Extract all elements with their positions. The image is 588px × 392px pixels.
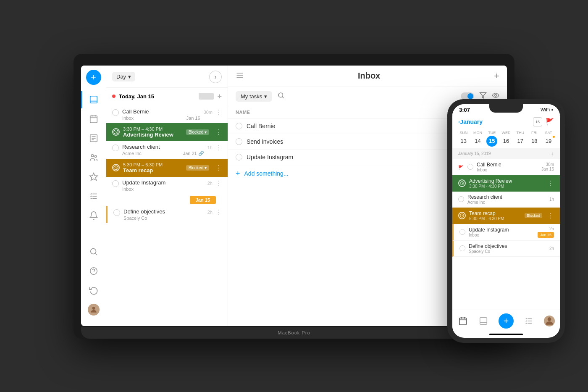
phone-task-checkbox[interactable]	[459, 229, 465, 235]
sidebar-nav	[81, 91, 106, 243]
day-selector[interactable]: Day ▾	[112, 72, 135, 82]
laptop-screen: +	[81, 66, 507, 326]
phone-more-icon[interactable]: ⋮	[547, 179, 554, 187]
phone-task-checkbox[interactable]	[467, 164, 473, 170]
task-advertising-review[interactable]: 3:30 PM – 4:30 PM Advertising Review Blo…	[106, 123, 228, 141]
search-button[interactable]	[277, 92, 285, 101]
sidebar-item-reports[interactable]	[81, 129, 106, 147]
phone-task-call-bernie[interactable]: 🚩 Call Bernie Inbox 30m Jan 16	[452, 159, 560, 175]
task-team-recap[interactable]: 5:30 PM – 6:30 PM Team recap Blocked ▾ ⋮	[106, 159, 228, 177]
task-checkbox-call-bernie[interactable]	[112, 109, 119, 116]
more-icon[interactable]: ⋮	[215, 128, 222, 136]
sidebar-item-favorites[interactable]	[81, 168, 106, 186]
phone-task-checkbox[interactable]	[458, 196, 464, 202]
inbox-checkbox-update-instagram[interactable]	[236, 154, 242, 160]
my-tasks-button[interactable]: My tasks ▾	[236, 91, 272, 102]
sidebar-item-team[interactable]	[81, 149, 106, 166]
task-name: Call Bernie	[122, 108, 200, 115]
calendar-icon	[89, 114, 98, 124]
task-call-bernie[interactable]: Call Bernie Inbox Jan 16 30m ⋮	[106, 106, 228, 123]
more-icon[interactable]: ⋮	[215, 108, 222, 116]
laptop-outer: +	[74, 54, 514, 339]
task-update-instagram[interactable]: Update Instagram Inbox 2h ⋮	[106, 177, 228, 194]
phone-tab-calendar[interactable]	[457, 315, 469, 327]
svg-line-36	[462, 183, 463, 184]
task-time: 3:30 PM – 4:30 PM	[123, 126, 183, 132]
phone-screen: 3:07 WiFi ▪ ‹ January 15 🚩	[452, 104, 560, 338]
more-icon[interactable]: ⋮	[215, 164, 222, 172]
phone-task-instagram[interactable]: Update Instagram Inbox 2h Jan 15	[452, 224, 560, 241]
more-icon[interactable]: ⋮	[215, 179, 222, 187]
task-name: Define objectives	[123, 208, 204, 215]
task-checkbox-objectives[interactable]	[113, 209, 120, 216]
task-checkbox-instagram[interactable]	[112, 180, 119, 187]
task-name: Team recap	[123, 167, 183, 174]
add-inbox-button[interactable]: +	[494, 71, 499, 82]
svg-point-11	[94, 155, 97, 157]
task-meta: Acme Inc Jan 21 🔗	[122, 151, 204, 156]
task-meta: Inbox	[122, 187, 204, 192]
chevron-down-icon: ▾	[128, 74, 131, 80]
task-content: Research client Acme Inc Jan 21 🔗	[122, 144, 204, 156]
more-icon[interactable]: ⋮	[215, 208, 222, 216]
phone-tab-inbox[interactable]	[478, 315, 489, 327]
phone-day-tue[interactable]: Tue 15	[486, 131, 498, 147]
hamburger-menu-button[interactable]	[236, 71, 244, 81]
svg-line-23	[116, 132, 117, 133]
task-date: Jan 21 🔗	[183, 151, 204, 156]
svg-line-17	[95, 253, 97, 255]
add-button[interactable]: +	[86, 70, 101, 85]
phone-task-advertising[interactable]: Advertising Review 3:30 PM - 4:30 PM ⋮	[452, 175, 560, 192]
sidebar-item-history[interactable]	[88, 282, 100, 299]
phone-cal-icon[interactable]: 15	[533, 117, 542, 126]
task-inbox-label: Inbox	[122, 187, 134, 192]
phone-task-team-recap[interactable]: Team recap 5:30 PM - 6:30 PM Blocked ⋮	[452, 208, 560, 224]
wifi-icon: WiFi	[541, 107, 550, 112]
sidebar-item-inbox[interactable]	[81, 91, 106, 108]
phone-task-define-objectives[interactable]: Define objectives Spacely Co 2h	[452, 241, 560, 257]
inbox-header: Inbox +	[228, 66, 507, 87]
phone-date-section: January 15, 2019 +	[452, 148, 560, 159]
phone-week-header: Sun 13 Mon 14 Tue 15 Wed	[452, 129, 560, 148]
phone-tab-avatar[interactable]	[543, 315, 555, 327]
laptop-model-label: MacBook Pro	[278, 330, 310, 335]
sidebar-item-help[interactable]	[88, 262, 100, 280]
phone-task-research[interactable]: Research client Acme Inc 1h	[452, 192, 560, 208]
sidebar-item-calendar[interactable]	[81, 110, 106, 128]
svg-line-31	[283, 97, 284, 98]
phone-task-info-objectives: Define objectives Spacely Co	[469, 243, 546, 254]
phone-task-info-instagram: Update Instagram Inbox	[469, 227, 534, 237]
phone-task-badge-instagram: 2h Jan 15	[538, 226, 554, 238]
phone-home-indicator	[489, 334, 523, 335]
task-sub-label: Spacely Co	[123, 216, 147, 221]
more-icon[interactable]: ⋮	[215, 144, 222, 152]
sidebar-bottom	[88, 243, 100, 322]
sidebar-item-search[interactable]	[88, 243, 100, 260]
phone-status-icons: WiFi ▪	[541, 107, 553, 112]
inbox-checkbox-send-invoices[interactable]	[236, 138, 242, 145]
phone-tab-add-button[interactable]: +	[499, 313, 514, 329]
inbox-checkbox-call-bernie[interactable]	[236, 123, 242, 129]
date-header: Today, Jan 15 +	[106, 88, 228, 104]
phone-more-icon[interactable]: ⋮	[547, 212, 554, 220]
task-research-client[interactable]: Research client Acme Inc Jan 21 🔗 1h ⋮	[106, 141, 228, 159]
next-day-arrow[interactable]: ›	[209, 71, 222, 83]
laptop-base: MacBook Pro	[81, 327, 507, 339]
phone-tab-tasks[interactable]	[523, 315, 535, 327]
phone-add-button-small[interactable]: +	[551, 150, 554, 157]
add-task-button[interactable]: +	[217, 92, 222, 101]
phone-task-info: Call Bernie Inbox	[477, 162, 538, 172]
phone-task-badge-objectives: 2h	[549, 246, 554, 251]
sidebar-item-tasks[interactable]	[81, 187, 106, 205]
sidebar-item-avatar[interactable]	[88, 301, 100, 318]
phone-task-checkbox[interactable]	[459, 245, 465, 251]
sidebar-item-bell[interactable]	[81, 207, 106, 224]
laptop-notch	[269, 61, 319, 65]
task-content: Call Bernie Inbox Jan 16	[122, 108, 200, 121]
task-checkbox-research[interactable]	[112, 145, 119, 151]
today-dot	[112, 95, 116, 98]
svg-marker-12	[89, 173, 97, 180]
task-define-objectives[interactable]: Define objectives Spacely Co 2h ⋮	[106, 206, 228, 223]
task-content-blocked: 3:30 PM – 4:30 PM Advertising Review	[123, 126, 183, 138]
task-time: 5:30 PM – 6:30 PM	[123, 162, 183, 167]
